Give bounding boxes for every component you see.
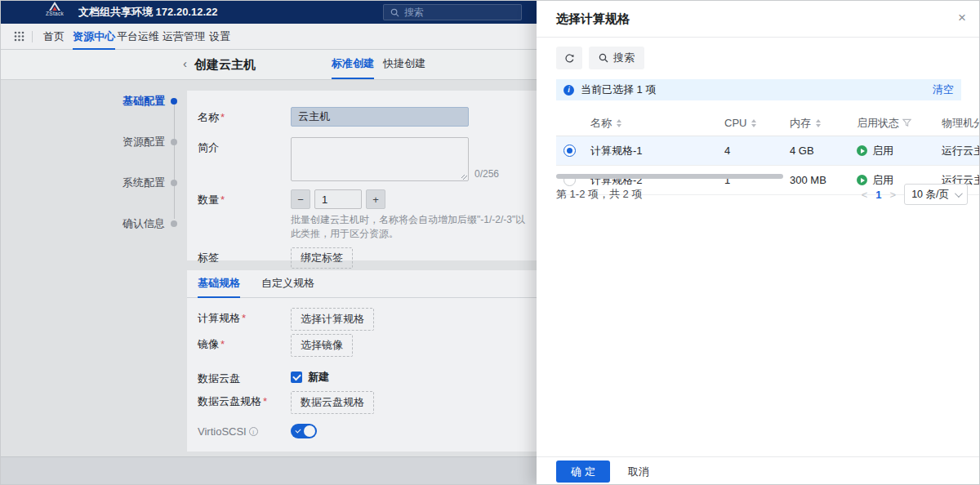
col-state: 启用状态 xyxy=(857,116,899,131)
cell-cpu: 4 xyxy=(724,145,790,157)
refresh-button[interactable] xyxy=(556,47,582,69)
drawer-toolbar: 搜索 xyxy=(556,47,644,69)
refresh-icon xyxy=(564,53,575,64)
page-size-select[interactable]: 10 条/页 xyxy=(904,184,968,205)
cell-physical: 运行云主 xyxy=(942,144,980,158)
col-cpu: CPU xyxy=(724,117,746,129)
sort-icon[interactable] xyxy=(751,119,756,127)
cell-memory: 4 GB xyxy=(790,145,857,157)
screen: ZStack 文档组共享环境 172.20.12.22 搜索 首页 资源中心 平… xyxy=(0,0,980,485)
horizontal-scrollbar[interactable] xyxy=(556,174,783,179)
drawer-title: 选择计算规格 xyxy=(556,11,630,25)
clear-selection-link[interactable]: 清空 xyxy=(933,82,954,97)
confirm-button[interactable]: 确定 xyxy=(556,461,610,483)
cell-name: 计算规格-1 xyxy=(590,144,724,158)
table-header-row: 名称 CPU 内存 启用状态 物理机分 xyxy=(556,110,980,136)
drawer-footer: 确定 取消 xyxy=(537,456,980,485)
radio-selected[interactable] xyxy=(564,145,576,157)
cancel-button[interactable]: 取消 xyxy=(628,465,649,479)
enabled-state-icon xyxy=(857,145,867,156)
col-memory: 内存 xyxy=(790,116,811,131)
table-row[interactable]: 计算规格-1 4 4 GB 启用 运行云主 xyxy=(556,136,980,166)
sort-icon[interactable] xyxy=(617,119,621,127)
selection-count-text: 当前已选择 1 项 xyxy=(581,82,656,97)
selection-info-bar: i 当前已选择 1 项 清空 xyxy=(556,79,961,100)
pagination-summary: 第 1-2 项，共 2 项 xyxy=(556,187,642,202)
drawer-mask[interactable] xyxy=(1,1,537,485)
chevron-down-icon xyxy=(955,189,963,198)
spec-table: 名称 CPU 内存 启用状态 物理机分 计算规格-1 4 4 GB 启用 运行云… xyxy=(556,110,980,195)
info-icon: i xyxy=(564,85,574,96)
prev-page-icon[interactable]: < xyxy=(862,189,868,201)
search-icon xyxy=(599,53,608,63)
col-physical: 物理机分 xyxy=(942,116,980,131)
close-icon[interactable]: × xyxy=(958,10,966,26)
state-badge: 启用 xyxy=(857,144,893,158)
filter-icon[interactable] xyxy=(902,118,911,127)
col-name: 名称 xyxy=(590,116,612,131)
select-compute-spec-drawer: 选择计算规格 × 搜索 i 当前已选择 1 项 清空 名称 CPU xyxy=(537,1,980,485)
page-number[interactable]: 1 xyxy=(875,189,881,201)
pagination: 第 1-2 项，共 2 项 < 1 > 10 条/页 xyxy=(556,184,968,205)
drawer-header: 选择计算规格 × xyxy=(537,1,980,38)
next-page-icon[interactable]: > xyxy=(890,189,897,201)
drawer-search-button[interactable]: 搜索 xyxy=(589,47,644,69)
sort-icon[interactable] xyxy=(816,119,821,127)
